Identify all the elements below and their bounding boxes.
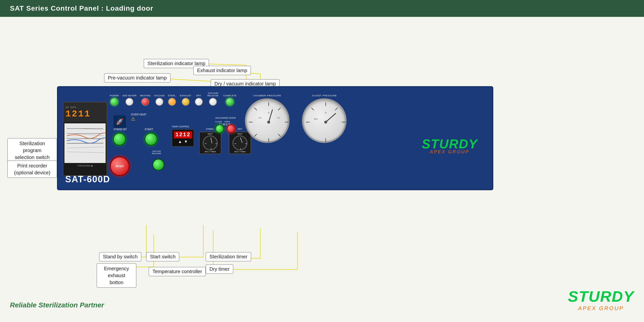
temp-display: 1212 [174, 131, 192, 138]
complete-indicator-group: COMPLETE [223, 94, 237, 106]
print-recorder-device: CH DATA 1211 YOKOGAWA ◆ [63, 102, 107, 176]
svg-text:-0.1: -0.1 [258, 117, 262, 119]
steril-timer-dial[interactable]: AMLY AR3 ⊙ [199, 132, 221, 154]
sturdy-logo-bottom: STURDY APEX GROUP [568, 288, 634, 312]
standby-switch-label: Stand by switch [99, 252, 141, 261]
svg-line-57 [254, 108, 257, 110]
standby-label-panel: STAND BY [114, 128, 127, 131]
svg-point-73 [324, 121, 327, 124]
page-header: SAT Series Control Panel : Loading door [0, 0, 644, 17]
svg-text:0.1: 0.1 [277, 117, 280, 119]
unloading-door-section: UNLOADING DOOR CLOSE OPEN [215, 117, 236, 133]
sat-model-label: SAT-600D [65, 174, 110, 185]
temp-control-label: TEMP CONTROL [172, 125, 190, 128]
unloading-open-lamp [226, 124, 236, 133]
temp-controller-label: Temperature controller [149, 267, 206, 276]
overheat-label: OVER HEAT ⚠ [131, 113, 146, 122]
dry-timer-label: Dry timer [206, 265, 233, 274]
exhaust-lamp [182, 98, 190, 106]
svg-line-71 [335, 108, 338, 110]
svg-line-60 [278, 134, 280, 136]
power-indicator-group: POWER [110, 94, 119, 106]
vacuum-release-indicator-group: VACUUM RELEASE [206, 92, 220, 106]
add-water-indicator-group: ADD WATER [122, 94, 137, 106]
apex-group-bottom: APEX GROUP [568, 305, 634, 312]
emergency-button[interactable] [110, 156, 130, 176]
temp-up-btn[interactable]: ▲ [178, 139, 182, 144]
svg-line-41 [67, 147, 104, 148]
svg-line-70 [311, 108, 314, 110]
recorder-paper [64, 123, 106, 163]
temp-control-section: TEMP CONTROL 1212 ▲ ▼ [172, 125, 190, 129]
svg-line-39 [67, 138, 104, 139]
vacuum-lamp [156, 98, 163, 106]
pre-vacuum-indicator-label: Pre-vacuum indicator lamp [104, 73, 170, 82]
add-water-lamp [126, 98, 133, 106]
main-content: Sterilization program selection switch P… [0, 17, 644, 322]
temp-down-btn[interactable]: ▼ [184, 139, 188, 144]
steril-lamp [168, 98, 176, 106]
svg-line-37 [67, 128, 104, 130]
svg-text:kPa: kPa [314, 118, 318, 120]
warning-icon: ⚠ [131, 116, 135, 122]
exhaust-indicator-label: Exhaust indicator lamp [193, 66, 251, 75]
vacuum-indicator-group: VACUUM [154, 94, 164, 106]
jacket-pressure-gauge: 0 kPa [302, 98, 346, 143]
vacuum-release-label-panel: VACUUMRELEASE [152, 150, 161, 155]
dry-lamp [195, 98, 203, 106]
steril-indicator-group: STERL. [168, 94, 176, 106]
svg-line-52 [241, 138, 242, 143]
apex-group-panel: APEX GROUP [422, 149, 478, 155]
svg-line-38 [67, 133, 104, 136]
jacket-pressure-gauge-label: JACKET PRESSURE [302, 94, 346, 97]
chamber-pressure-gauge-label: CHAMBER PRESSURE [245, 94, 290, 97]
control-panel: POWER ADD WATER HEATING VACUUM STERL. [57, 86, 493, 190]
recorder-digits: 1211 [66, 109, 91, 119]
sterilization-program-label: Sterilization program selection switch [8, 138, 57, 162]
unloading-close-lamp [215, 124, 224, 133]
heating-indicator-group: HEATING [140, 94, 151, 106]
start-switch[interactable] [144, 133, 158, 146]
complete-lamp [226, 98, 234, 106]
jacket-pressure-gauge-area: JACKET PRESSURE [302, 94, 346, 143]
svg-text:0: 0 [268, 111, 269, 114]
svg-point-62 [267, 121, 270, 124]
dry-indicator-group: DRY [195, 94, 203, 106]
svg-text:0: 0 [325, 111, 326, 114]
svg-line-40 [67, 143, 104, 143]
svg-line-72 [326, 113, 336, 122]
rocket-icon-area: 🚀 [114, 115, 126, 128]
dry-timer-label-panel: DRY [238, 128, 242, 130]
recorder-brand: YOKOGAWA ◆ [64, 164, 106, 167]
svg-line-47 [211, 138, 212, 143]
start-switch-label: Start switch [146, 252, 179, 261]
svg-line-42 [67, 152, 104, 153]
sturdy-logo-panel: STURDY APEX GROUP [422, 136, 478, 155]
unloading-door-label: UNLOADING DOOR [215, 117, 236, 119]
svg-line-59 [254, 134, 257, 136]
recorder-display: CH DATA 1211 [64, 102, 106, 122]
start-label-panel: START [144, 128, 153, 131]
rocket-icon: 🚀 [116, 118, 124, 125]
temp-controller-device[interactable]: 1212 ▲ ▼ [172, 129, 194, 147]
power-lamp [110, 98, 118, 106]
svg-line-58 [278, 108, 280, 110]
exhaust-indicator-group: EXHAUST [180, 94, 191, 106]
sterilization-timer-label: Sterilization timer [206, 252, 251, 261]
reliable-text: Reliable Sterilization Partner [10, 301, 104, 309]
heating-lamp [141, 98, 149, 106]
page-title: SAT Series Control Panel : Loading door [10, 4, 153, 12]
steril-timer-label: STERIL. [206, 128, 214, 130]
chamber-pressure-gauge: 0 -0.1 0.1 [245, 98, 290, 143]
vacuum-release-lamp [209, 98, 217, 106]
chamber-pressure-gauge-area: CHAMBER PRESSURE [245, 94, 290, 143]
vacuum-release-button[interactable] [152, 159, 164, 171]
print-recorder-label: Print recorder (optional device) [8, 161, 57, 178]
emergency-exhaust-label: Emergency exhaust botton [97, 263, 136, 288]
